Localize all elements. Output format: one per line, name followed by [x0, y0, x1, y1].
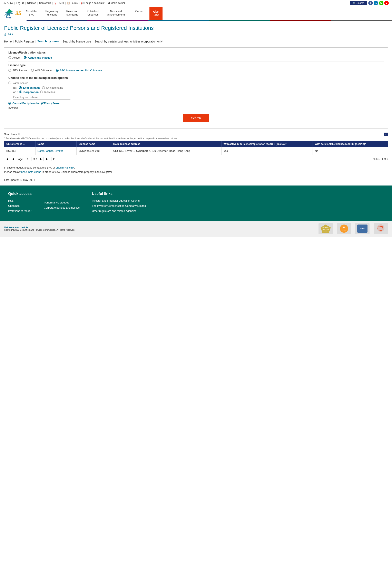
svg-point-7 [340, 225, 348, 233]
keyword-input[interactable] [13, 95, 70, 100]
useful-links-col: Useful links Investor and Financial Educ… [92, 192, 146, 215]
breadcrumb-search-by-business[interactable]: Search by certain business activities (c… [94, 40, 164, 43]
lang-chinese[interactable]: 繁 [22, 1, 24, 5]
list-item[interactable]: Performance pledges [44, 201, 80, 204]
name-search-label[interactable]: Name search [8, 82, 384, 85]
sfo-amlo-licence-radio[interactable] [56, 69, 59, 72]
cell-sfo: Yes [221, 147, 313, 155]
status-active-inactive-label[interactable]: Active and inactive [24, 56, 52, 59]
top-bar-right: 🔍 Search f in W ▶ [350, 1, 389, 5]
expand-results-icon[interactable]: ⤢ [384, 133, 388, 136]
print-link[interactable]: 🖨 Print [4, 33, 388, 36]
font-size-normal[interactable]: A [7, 2, 9, 4]
sfo-amlo-licence-label[interactable]: SFO licence and/or AMLO licence [56, 69, 102, 72]
forms-link[interactable]: 📋 Forms [67, 2, 78, 4]
nav-alert-list[interactable]: Alert List [149, 7, 162, 20]
name-search-radio[interactable] [8, 82, 11, 84]
nav-career[interactable]: Career [129, 7, 149, 20]
individual-radio[interactable] [40, 90, 43, 93]
list-item[interactable]: RSS [8, 199, 32, 202]
status-active-label[interactable]: Active [8, 56, 20, 59]
lodge-complaint-link[interactable]: 📢 Lodge a complaint [81, 2, 104, 4]
quick-access-list: RSS Openings Invitations to tender [8, 199, 32, 213]
english-name-label[interactable]: English name [19, 86, 41, 89]
cell-chinese-name: 淡泰資本有限公司 [76, 147, 111, 155]
individual-label[interactable]: Individual [40, 90, 55, 94]
first-page-button[interactable]: |◀ [4, 157, 9, 161]
search-button-main[interactable]: Search [183, 114, 209, 122]
status-active-inactive-radio[interactable] [24, 56, 27, 59]
search-icon-top: 🔍 [353, 2, 356, 4]
faqs-link[interactable]: ❓ FAQs [54, 2, 64, 4]
ce-search-label[interactable]: Central Entity Number (CE No.) Search [8, 102, 384, 105]
col-ce-ref[interactable]: CE Reference ▲ [4, 141, 35, 147]
svg-text:證監會: 證監會 [6, 17, 11, 19]
lang-eng[interactable]: Eng [16, 2, 20, 4]
wechat-icon[interactable]: W [379, 1, 383, 5]
facebook-icon[interactable]: f [368, 1, 373, 5]
refresh-button[interactable]: ↻ [51, 157, 56, 161]
sitemap-link[interactable]: Sitemap [27, 2, 36, 4]
breadcrumb: Home | Public Register | Search by name … [0, 38, 392, 45]
enquiry-email-link[interactable]: enquiry@sfc.hk [56, 166, 74, 169]
font-size-decrease[interactable]: -A [3, 2, 6, 4]
top-bar-left: -A A +A | Eng 繁 | Sitemap | Contact us |… [3, 1, 125, 5]
sfc-bird-icon: 證監會 [3, 8, 14, 19]
cell-name[interactable]: Dantai Capital Limited [35, 147, 76, 155]
item-range: Item 1 - 1 of 1 [373, 158, 388, 160]
bottom-bar: Maintenance schedule Copyright 2020 Secu… [0, 221, 392, 237]
prev-page-button[interactable]: ◀ [11, 157, 15, 161]
list-item[interactable]: Other regulators and related agencies [92, 209, 146, 213]
sfo-licence-radio[interactable] [8, 69, 11, 72]
sort-icon-ce: ▲ [23, 143, 25, 145]
logo-35: 35 [15, 11, 21, 16]
ce-search-radio[interactable] [8, 102, 11, 105]
main-nav: About the SFC Regulatory functions Rules… [21, 7, 389, 20]
list-item[interactable]: Investor and Financial Education Council [92, 199, 146, 202]
chinese-name-label[interactable]: Chinese name [42, 86, 63, 89]
last-page-button[interactable]: ▶| [45, 157, 50, 161]
chinese-name-radio[interactable] [42, 86, 45, 89]
amlo-licence-radio[interactable] [31, 69, 34, 72]
amlo-licence-label[interactable]: AMLO licence [31, 69, 52, 72]
contact-us-link[interactable]: Contact us [39, 2, 51, 4]
corporation-label[interactable]: Corporation [19, 90, 39, 94]
breadcrumb-search-by-licence-type[interactable]: Search by licence type [63, 40, 91, 43]
status-active-radio[interactable] [8, 56, 11, 59]
page-number-input[interactable] [24, 157, 32, 161]
nav-news-announcements[interactable]: News and announcements [103, 7, 129, 20]
sfo-licence-label[interactable]: SFO licence [8, 69, 27, 72]
ce-number-input[interactable] [8, 106, 65, 111]
breadcrumb-search-by-name[interactable]: Search by name [37, 40, 59, 43]
quick-access-list2: Performance pledges Corporate policies a… [44, 201, 80, 209]
nav-published-resources[interactable]: Published resources [83, 7, 103, 20]
font-size-increase[interactable]: +A [10, 2, 13, 4]
media-corner-link[interactable]: 🖼 Media corner [108, 2, 125, 4]
nav-regulatory-functions[interactable]: Regulatory functions [42, 7, 62, 20]
svg-marker-1 [7, 9, 12, 13]
search-options-title: Choose one of the following search optio… [8, 76, 384, 79]
on-row: on : Corporation Individual [13, 90, 384, 94]
copyright-text: Copyright 2020 Securities and Futures Co… [4, 229, 75, 231]
list-item[interactable]: The Investor Compensation Company Limite… [92, 204, 146, 207]
nav-about-sfc[interactable]: About the SFC [21, 7, 42, 20]
company-name-link[interactable]: Dantai Capital Limited [38, 149, 64, 152]
results-note: * Search results with "No" mean that the… [0, 137, 392, 141]
nav-rules-standards[interactable]: Rules and standards [62, 7, 83, 20]
list-item[interactable]: Openings [8, 204, 32, 207]
bottom-bar-left: Maintenance schedule Copyright 2020 Secu… [4, 226, 75, 231]
maintenance-schedule-link[interactable]: Maintenance schedule [4, 226, 28, 229]
english-name-radio[interactable] [19, 86, 22, 89]
list-item[interactable]: Invitations to tender [8, 209, 32, 213]
instructions-link[interactable]: these instructions [21, 170, 41, 173]
by-label: By: [13, 86, 17, 89]
youtube-icon[interactable]: ▶ [384, 1, 389, 5]
next-page-button[interactable]: ▶ [39, 157, 43, 161]
breadcrumb-home[interactable]: Home [4, 40, 12, 43]
linkedin-icon[interactable]: in [374, 1, 378, 5]
corporation-radio[interactable] [19, 90, 22, 93]
search-button-top[interactable]: 🔍 Search [350, 1, 367, 5]
list-item[interactable]: Corporate policies and notices [44, 206, 80, 209]
breadcrumb-public-register[interactable]: Public Register [15, 40, 34, 43]
total-pages: 1 [36, 158, 37, 161]
